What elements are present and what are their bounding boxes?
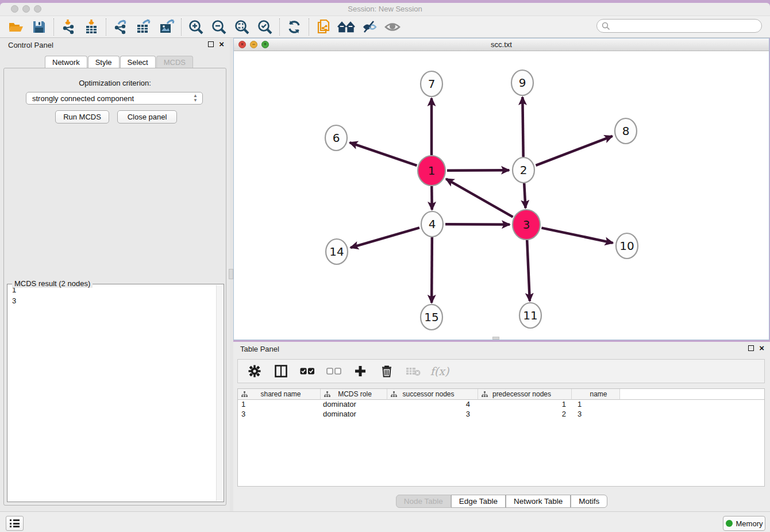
- tab-select[interactable]: Select: [120, 56, 156, 68]
- graph-edge-4-3[interactable]: [445, 224, 510, 225]
- cell-successor-nodes[interactable]: 4: [387, 400, 478, 410]
- export-image-button[interactable]: [155, 17, 178, 37]
- tab-motifs[interactable]: Motifs: [571, 495, 607, 508]
- column-visibility-button[interactable]: [272, 363, 290, 380]
- cell-mcds-role[interactable]: dominator: [321, 410, 387, 419]
- toolbar-separator: [106, 18, 106, 36]
- cell-predecessor-nodes[interactable]: 2: [478, 410, 572, 419]
- memory-button[interactable]: Memory: [723, 516, 765, 531]
- import-table-icon: [83, 19, 99, 35]
- control-panel-tabs: Network Style Select MCDS: [45, 56, 194, 68]
- export-network-button[interactable]: [109, 17, 132, 37]
- tab-node-table[interactable]: Node Table: [396, 495, 451, 508]
- tab-mcds[interactable]: MCDS: [156, 56, 193, 68]
- result-scrollbar[interactable]: [216, 285, 223, 501]
- close-panel-button[interactable]: Close panel: [117, 110, 177, 124]
- columns-icon: [275, 365, 287, 377]
- refresh-button[interactable]: [283, 17, 306, 37]
- tab-style[interactable]: Style: [88, 56, 120, 68]
- optimization-criterion-label: Optimization criterion:: [4, 79, 226, 87]
- zoom-selected-button[interactable]: [253, 17, 276, 37]
- cell-shared-name[interactable]: 3: [238, 410, 321, 419]
- control-panel: Control Panel × Network Style Select MCD…: [0, 38, 230, 511]
- graph-edge-3-11[interactable]: [527, 240, 530, 301]
- table-row[interactable]: 1 dominator 4 1 1: [238, 400, 764, 410]
- criterion-select[interactable]: strongly connected component ▲▼: [26, 92, 203, 105]
- search-input[interactable]: [596, 19, 762, 33]
- delete-column-button[interactable]: [378, 363, 395, 380]
- memory-status-icon: [726, 520, 733, 527]
- zoom-in-button[interactable]: [184, 17, 207, 37]
- network-view-canvas[interactable]: 7968124314101511: [234, 51, 769, 339]
- hierarchy-icon: [391, 391, 397, 398]
- create-column-button[interactable]: [352, 363, 369, 380]
- graph-node-label-10: 10: [619, 239, 634, 253]
- cell-name[interactable]: 3: [572, 410, 620, 419]
- graph-edge-3-1[interactable]: [446, 179, 513, 217]
- column-header-successor-nodes[interactable]: successor nodes: [387, 389, 478, 400]
- deselect-all-button[interactable]: [325, 363, 342, 380]
- tab-edge-table[interactable]: Edge Table: [451, 495, 506, 508]
- zoom-fit-button[interactable]: [230, 17, 253, 37]
- main-toolbar: [0, 16, 770, 38]
- unchecked-boxes-icon: [326, 368, 341, 375]
- hierarchy-icon: [241, 391, 248, 398]
- column-header-name[interactable]: name: [572, 389, 620, 400]
- frame-resize-handle[interactable]: [492, 337, 499, 340]
- graph-edge-2-9[interactable]: [522, 97, 523, 157]
- graph-edge-4-14[interactable]: [351, 228, 419, 248]
- select-stepper-icon: ▲▼: [193, 94, 198, 103]
- table-row[interactable]: 3 dominator 3 2 3: [238, 410, 764, 419]
- mcds-result-item: 3: [7, 295, 224, 306]
- table-panel-tabs: Node Table Edge Table Network Table Moti…: [233, 495, 770, 508]
- cell-mcds-role[interactable]: dominator: [321, 400, 387, 410]
- graph-node-label-6: 6: [333, 131, 340, 145]
- graph-node-label-2: 2: [520, 163, 528, 177]
- open-session-button[interactable]: [5, 17, 28, 37]
- mcds-tab-pane: Optimization criterion: strongly connect…: [3, 68, 226, 506]
- home-button[interactable]: [335, 17, 358, 37]
- select-all-button[interactable]: [299, 363, 316, 380]
- graph-edge-1-2[interactable]: [447, 170, 509, 171]
- float-panel-icon[interactable]: [208, 41, 214, 47]
- splitter-handle[interactable]: [229, 269, 233, 279]
- graph-edge-1-6[interactable]: [350, 142, 417, 165]
- graph-edge-3-10[interactable]: [541, 228, 613, 243]
- mcds-result-title: MCDS result (2 nodes): [12, 279, 93, 288]
- graph-edge-4-15[interactable]: [432, 237, 432, 303]
- toolbar-separator: [53, 18, 54, 36]
- criterion-value: strongly connected component: [32, 94, 134, 103]
- close-panel-icon[interactable]: ×: [759, 345, 764, 351]
- zoom-out-button[interactable]: [207, 17, 230, 37]
- table-settings-button[interactable]: [246, 363, 263, 380]
- run-mcds-button[interactable]: Run MCDS: [55, 110, 109, 124]
- graph-node-label-1: 1: [428, 164, 436, 178]
- close-panel-icon[interactable]: ×: [219, 41, 224, 47]
- cell-name[interactable]: 1: [572, 400, 620, 410]
- show-all-button[interactable]: [381, 17, 404, 37]
- hide-selected-button[interactable]: [358, 17, 381, 37]
- cell-predecessor-nodes[interactable]: 1: [478, 400, 572, 410]
- graph-node-label-3: 3: [523, 218, 530, 232]
- import-table-button[interactable]: [80, 17, 103, 37]
- import-network-button[interactable]: [57, 17, 80, 37]
- network-window-titlebar[interactable]: × − + scc.txt: [234, 38, 769, 51]
- export-table-button[interactable]: [132, 17, 155, 37]
- tab-network[interactable]: Network: [45, 56, 87, 68]
- graph-edge-2-3[interactable]: [524, 183, 525, 208]
- float-panel-icon[interactable]: [748, 345, 754, 351]
- tab-network-table[interactable]: Network Table: [506, 495, 571, 508]
- delete-table-icon: [406, 366, 421, 376]
- cell-successor-nodes[interactable]: 3: [387, 410, 478, 419]
- export-network-icon: [113, 19, 129, 35]
- clone-network-button[interactable]: [312, 17, 335, 37]
- graph-node-label-15: 15: [424, 310, 438, 324]
- graph-edge-2-8[interactable]: [536, 136, 612, 165]
- column-header-shared-name[interactable]: shared name: [238, 389, 321, 400]
- save-session-button[interactable]: [28, 17, 51, 37]
- task-history-button[interactable]: [6, 516, 24, 531]
- import-network-icon: [60, 19, 76, 35]
- cell-shared-name[interactable]: 1: [238, 400, 321, 410]
- column-header-mcds-role[interactable]: MCDS role: [321, 389, 387, 400]
- column-header-predecessor-nodes[interactable]: predecessor nodes: [478, 389, 572, 400]
